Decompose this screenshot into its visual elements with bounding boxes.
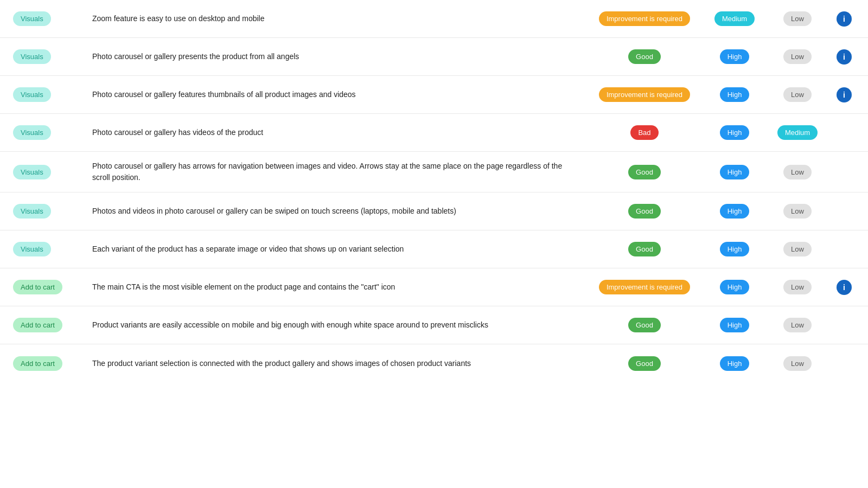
description-cell: Photo carousel or gallery has videos of … <box>92 127 582 138</box>
status-badge: Improvement is required <box>599 280 690 294</box>
table-row: VisualsZoom feature is easy to use on de… <box>0 0 868 38</box>
priority-cell: High <box>707 242 762 256</box>
status-cell: Bad <box>590 125 699 140</box>
description-cell: The product variant selection is connect… <box>92 358 582 369</box>
status-badge: Good <box>628 204 661 219</box>
info-icon[interactable]: i <box>837 49 852 65</box>
table-row: VisualsEach variant of the product has a… <box>0 230 868 268</box>
impact-cell: Low <box>770 242 825 256</box>
table-row: VisualsPhoto carousel or gallery feature… <box>0 76 868 114</box>
status-badge: Improvement is required <box>599 87 690 102</box>
category-badge: Visuals <box>13 125 51 140</box>
description-cell: Photo carousel or gallery features thumb… <box>92 89 582 100</box>
description-cell: The main CTA is the most visible element… <box>92 281 582 293</box>
impact-cell: Low <box>770 280 825 294</box>
category-cell: Visuals <box>13 165 84 179</box>
impact-badge: Low <box>783 49 812 64</box>
impact-badge: Low <box>783 87 812 102</box>
impact-cell: Low <box>770 165 825 179</box>
status-cell: Improvement is required <box>590 11 699 26</box>
status-badge: Good <box>628 356 661 371</box>
status-cell: Good <box>590 318 699 332</box>
status-badge: Good <box>628 165 661 179</box>
info-cell: i <box>833 280 855 295</box>
priority-badge: High <box>720 318 750 332</box>
impact-cell: Low <box>770 49 825 64</box>
category-badge: Add to cart <box>13 356 62 371</box>
info-cell: i <box>833 87 855 102</box>
status-cell: Good <box>590 49 699 64</box>
impact-badge: Medium <box>777 125 818 140</box>
table-row: VisualsPhotos and videos in photo carous… <box>0 192 868 230</box>
impact-badge: Low <box>783 204 812 219</box>
impact-badge: Low <box>783 356 812 371</box>
priority-badge: High <box>720 356 750 371</box>
info-icon[interactable]: i <box>837 87 852 102</box>
table-row: VisualsPhoto carousel or gallery present… <box>0 38 868 76</box>
table-row: VisualsPhoto carousel or gallery has vid… <box>0 114 868 152</box>
status-badge: Good <box>628 49 661 64</box>
impact-cell: Medium <box>770 125 825 140</box>
impact-badge: Low <box>783 165 812 179</box>
priority-cell: High <box>707 204 762 219</box>
impact-badge: Low <box>783 318 812 332</box>
category-cell: Add to cart <box>13 318 84 332</box>
category-badge: Visuals <box>13 87 51 102</box>
priority-cell: Medium <box>707 11 762 26</box>
info-icon[interactable]: i <box>837 280 852 295</box>
impact-cell: Low <box>770 11 825 26</box>
table-row: Add to cartProduct variants are easily a… <box>0 306 868 344</box>
category-badge: Add to cart <box>13 280 62 294</box>
status-cell: Good <box>590 242 699 256</box>
category-cell: Add to cart <box>13 280 84 294</box>
priority-cell: High <box>707 165 762 179</box>
category-cell: Visuals <box>13 125 84 140</box>
priority-cell: High <box>707 318 762 332</box>
table-row: Add to cartThe main CTA is the most visi… <box>0 268 868 306</box>
description-cell: Photo carousel or gallery has arrows for… <box>92 160 582 183</box>
status-cell: Improvement is required <box>590 280 699 294</box>
category-cell: Visuals <box>13 49 84 64</box>
info-cell: i <box>833 11 855 27</box>
status-badge: Improvement is required <box>599 11 690 26</box>
priority-cell: High <box>707 49 762 64</box>
category-cell: Visuals <box>13 242 84 256</box>
category-badge: Visuals <box>13 165 51 179</box>
priority-cell: High <box>707 280 762 294</box>
category-badge: Visuals <box>13 204 51 219</box>
category-cell: Visuals <box>13 204 84 219</box>
priority-badge: High <box>720 165 750 179</box>
status-badge: Good <box>628 242 661 256</box>
category-badge: Add to cart <box>13 318 62 332</box>
table-row: Add to cartThe product variant selection… <box>0 344 868 382</box>
priority-badge: High <box>720 87 750 102</box>
info-cell: i <box>833 49 855 65</box>
description-cell: Each variant of the product has a separa… <box>92 243 582 255</box>
priority-cell: High <box>707 356 762 371</box>
status-cell: Good <box>590 356 699 371</box>
impact-cell: Low <box>770 318 825 332</box>
priority-badge: Medium <box>714 11 755 26</box>
status-cell: Good <box>590 204 699 219</box>
impact-badge: Low <box>783 242 812 256</box>
status-badge: Good <box>628 318 661 332</box>
priority-badge: High <box>720 49 750 64</box>
category-badge: Visuals <box>13 11 51 26</box>
priority-badge: High <box>720 125 750 140</box>
category-badge: Visuals <box>13 49 51 64</box>
priority-badge: High <box>720 204 750 219</box>
category-badge: Visuals <box>13 242 51 256</box>
impact-badge: Low <box>783 280 812 294</box>
description-cell: Product variants are easily accessible o… <box>92 319 582 331</box>
category-cell: Visuals <box>13 11 84 26</box>
impact-cell: Low <box>770 356 825 371</box>
status-badge: Bad <box>630 125 658 140</box>
description-cell: Photos and videos in photo carousel or g… <box>92 206 582 217</box>
description-cell: Photo carousel or gallery presents the p… <box>92 51 582 62</box>
description-cell: Zoom feature is easy to use on desktop a… <box>92 13 582 24</box>
info-icon[interactable]: i <box>837 11 852 27</box>
category-cell: Visuals <box>13 87 84 102</box>
priority-badge: High <box>720 242 750 256</box>
priority-badge: High <box>720 280 750 294</box>
impact-cell: Low <box>770 87 825 102</box>
